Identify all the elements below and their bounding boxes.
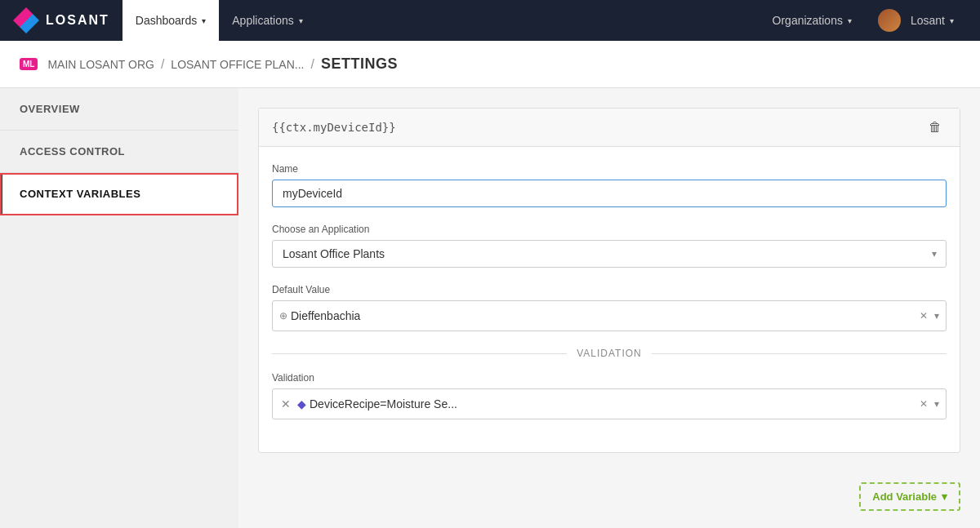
breadcrumb-org[interactable]: MAIN LOSANT ORG — [47, 58, 154, 71]
breadcrumb-current: SETTINGS — [321, 55, 398, 73]
avatar — [878, 9, 901, 32]
sidebar: OVERVIEW ACCESS CONTROL CONTEXT VARIABLE… — [0, 88, 238, 528]
organizations-chevron-icon: ▾ — [848, 16, 852, 25]
add-variable-chevron-icon: ▾ — [942, 490, 947, 503]
validation-outer-clear-icon[interactable]: ✕ — [279, 397, 292, 410]
card-header-text: {{ctx.myDeviceId}} — [272, 121, 396, 134]
default-value-tag-icon: ⊕ — [279, 310, 287, 322]
applications-nav[interactable]: Applications ▾ — [219, 0, 316, 41]
organizations-nav[interactable]: Organizations ▾ — [760, 0, 865, 41]
default-value-select[interactable]: ⊕ Dieffenbachia ✕ ▾ — [272, 300, 947, 331]
breadcrumb-badge: ML — [20, 58, 38, 70]
page-layout: OVERVIEW ACCESS CONTROL CONTEXT VARIABLE… — [0, 88, 980, 528]
validation-tag: ◆ DeviceRecipe=Moisture Se... — [297, 397, 457, 410]
footer-area: Add Variable ▾ — [258, 469, 960, 517]
breadcrumb-sep1: / — [161, 57, 164, 72]
logo: LOSANT — [13, 7, 109, 33]
logo-text: LOSANT — [46, 13, 109, 28]
navbar-right: Organizations ▾ Losant ▾ — [760, 0, 967, 41]
default-value-controls: ✕ ▾ — [920, 310, 939, 322]
default-value-chevron-icon[interactable]: ▾ — [934, 310, 939, 322]
app-select-wrapper: Losant Office Plants ▾ — [272, 240, 947, 268]
applications-chevron-icon: ▾ — [299, 16, 303, 25]
validation-chevron-icon[interactable]: ▾ — [934, 398, 939, 410]
validation-clear-icon[interactable]: ✕ — [920, 398, 928, 410]
name-input[interactable] — [272, 180, 947, 207]
validation-tag-icon: ◆ — [297, 397, 306, 410]
divider-line-right — [652, 353, 947, 354]
breadcrumb-sep2: / — [310, 57, 314, 72]
name-label: Name — [272, 163, 947, 175]
user-chevron-icon: ▾ — [950, 16, 954, 25]
name-field-group: Name — [272, 163, 947, 207]
sidebar-item-overview[interactable]: OVERVIEW — [0, 88, 238, 131]
default-value-tag-text: Dieffenbachia — [291, 309, 360, 322]
validation-divider: VALIDATION — [272, 348, 947, 359]
default-value-tag: ⊕ Dieffenbachia — [279, 309, 360, 322]
navbar: LOSANT Dashboards ▾ Applications ▾ Organ… — [0, 0, 980, 41]
validation-section-label: VALIDATION — [577, 348, 642, 359]
card-header: {{ctx.myDeviceId}} 🗑 — [259, 109, 960, 147]
card-body: Name Choose an Application Losant Office… — [259, 147, 960, 452]
variable-card: {{ctx.myDeviceId}} 🗑 Name Choose an Appl… — [258, 108, 960, 453]
default-value-label: Default Value — [272, 284, 947, 295]
validation-label: Validation — [272, 372, 947, 384]
delete-button[interactable]: 🗑 — [924, 118, 947, 136]
validation-field-group: Validation ✕ ◆ DeviceRecipe=Moisture Se.… — [272, 372, 947, 419]
app-field-group: Choose an Application Losant Office Plan… — [272, 224, 947, 268]
app-label: Choose an Application — [272, 224, 947, 235]
dashboards-chevron-icon: ▾ — [202, 16, 206, 25]
logo-icon — [13, 7, 39, 33]
add-variable-button[interactable]: Add Variable ▾ — [859, 482, 960, 511]
user-menu[interactable]: Losant ▾ — [865, 0, 967, 41]
breadcrumb: ML MAIN LOSANT ORG / LOSANT OFFICE PLAN.… — [0, 41, 980, 88]
dashboards-nav[interactable]: Dashboards ▾ — [122, 0, 220, 41]
sidebar-item-context-variables[interactable]: CONTEXT VARIABLES — [0, 173, 238, 215]
validation-tag-text: DeviceRecipe=Moisture Se... — [310, 397, 457, 410]
validation-select[interactable]: ✕ ◆ DeviceRecipe=Moisture Se... ✕ ▾ — [272, 388, 947, 419]
app-select[interactable]: Losant Office Plants — [272, 240, 947, 268]
validation-controls: ✕ ▾ — [920, 398, 939, 410]
navbar-left: LOSANT Dashboards ▾ Applications ▾ — [13, 0, 316, 41]
add-variable-label: Add Variable — [872, 490, 937, 503]
sidebar-item-access-control[interactable]: ACCESS CONTROL — [0, 131, 238, 173]
default-value-clear-icon[interactable]: ✕ — [920, 310, 928, 322]
divider-line-left — [272, 353, 567, 354]
main-content: {{ctx.myDeviceId}} 🗑 Name Choose an Appl… — [238, 88, 980, 528]
default-value-group: Default Value ⊕ Dieffenbachia ✕ ▾ — [272, 284, 947, 331]
breadcrumb-app[interactable]: LOSANT OFFICE PLAN... — [171, 58, 304, 71]
